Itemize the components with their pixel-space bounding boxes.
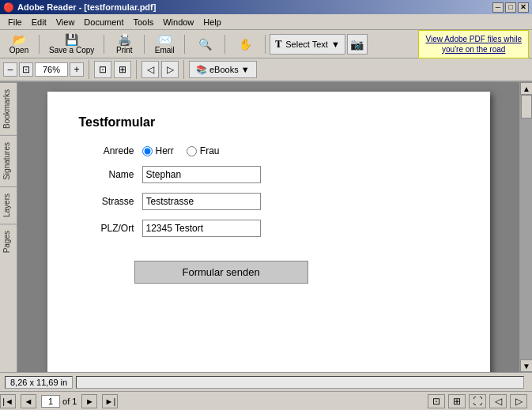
frau-radio[interactable] <box>187 146 197 156</box>
nav-right: ⊡ ⊞ ⛶ ◁ ▷ <box>428 394 527 408</box>
anrede-row: Anrede Herr Frau <box>79 145 458 156</box>
first-page-button[interactable]: |◄ <box>0 394 16 408</box>
ebooks-button[interactable]: 📚 eBooks ▼ <box>189 61 257 78</box>
secondary-toolbar: – ⊡ + ⊡ ⊞ ◁ ▷ 📚 eBooks ▼ <box>0 58 532 82</box>
full-screen-button[interactable]: ⛶ <box>469 394 486 408</box>
actual-size-button[interactable]: ⊡ <box>19 62 33 77</box>
toolbar-separator <box>39 35 40 54</box>
prev-page-button[interactable]: ◄ <box>21 394 36 408</box>
save-copy-label: Save a Copy <box>49 46 94 55</box>
menu-bar: File Edit View Document Tools Window Hel… <box>0 14 532 30</box>
prev-view-button[interactable]: ◁ <box>141 61 159 78</box>
hand-tool-button[interactable]: ✋ <box>229 32 261 56</box>
view-pdf-line2: you're on the road <box>425 44 522 55</box>
prev-nav-button[interactable]: ◁ <box>489 394 507 408</box>
fit-width-button[interactable]: ⊞ <box>114 61 131 78</box>
last-page-button[interactable]: ►| <box>102 394 118 408</box>
save-icon: 💾 <box>65 33 78 46</box>
view-pdf-banner[interactable]: View Adobe PDF files while you're on the… <box>418 30 529 58</box>
menu-edit[interactable]: Edit <box>27 16 51 28</box>
page-info: of 1 <box>41 395 77 408</box>
scroll-thumb[interactable] <box>521 95 532 118</box>
toolbar-separator-2 <box>104 35 104 54</box>
select-text-button[interactable]: 𝐓 Select Text ▼ <box>270 34 345 55</box>
fit-nav-button[interactable]: ⊡ <box>428 394 445 408</box>
select-text-label: Select Text <box>285 39 328 49</box>
next-page-button[interactable]: ► <box>81 394 97 408</box>
minimize-button[interactable]: ─ <box>492 2 504 13</box>
open-icon: 📂 <box>13 33 26 46</box>
zoom-out-button[interactable]: – <box>3 62 17 77</box>
zoom-input[interactable] <box>35 62 68 77</box>
plzort-label: PLZ/Ort <box>79 223 134 234</box>
view-pdf-line1: View Adobe PDF files while <box>425 34 522 44</box>
ebooks-label: eBooks <box>209 65 239 74</box>
fit-page-button[interactable]: ⊡ <box>94 61 111 78</box>
toolbar-separator-3 <box>144 35 145 54</box>
open-button[interactable]: 📂 Open <box>3 32 35 56</box>
pdf-scroll-area[interactable]: Testformular Anrede Herr Frau Name <box>17 82 519 372</box>
toolbar2-separator <box>89 60 89 79</box>
menu-tools[interactable]: Tools <box>129 16 159 28</box>
close-button[interactable]: ✕ <box>518 2 529 13</box>
name-input[interactable] <box>142 166 261 183</box>
email-label: Email <box>155 46 175 55</box>
layers-panel-tab[interactable]: Layers <box>0 186 17 224</box>
strasse-input[interactable] <box>142 193 261 210</box>
name-label: Name <box>79 169 134 180</box>
menu-view[interactable]: View <box>51 16 80 28</box>
title-bar: 🔴 Adobe Reader - [testformular.pdf] ─ □ … <box>0 0 532 14</box>
scroll-up-button[interactable]: ▲ <box>520 82 532 95</box>
menu-document[interactable]: Document <box>79 16 128 28</box>
search-icon: 🔍 <box>198 38 212 51</box>
pages-panel-tab[interactable]: Pages <box>0 224 17 259</box>
email-icon: ✉️ <box>158 33 172 46</box>
herr-radio-label[interactable]: Herr <box>142 145 174 156</box>
maximize-button[interactable]: □ <box>505 2 516 13</box>
snapshot-icon: 📷 <box>350 38 364 51</box>
main-toolbar: 📂 Open 💾 Save a Copy 🖨️ Print ✉️ Email 🔍… <box>0 30 532 58</box>
status-bar: 8,26 x 11,69 in <box>0 372 532 391</box>
scroll-track[interactable] <box>520 95 532 359</box>
plzort-input[interactable] <box>142 220 261 237</box>
frau-label: Frau <box>200 145 220 156</box>
actual-nav-button[interactable]: ⊞ <box>448 394 466 408</box>
hand-icon: ✋ <box>239 38 252 51</box>
strasse-row: Strasse <box>79 193 458 210</box>
anrede-radio-group: Herr Frau <box>142 145 220 156</box>
strasse-label: Strasse <box>79 196 134 207</box>
menu-window[interactable]: Window <box>158 16 198 28</box>
vertical-scrollbar: ▲ ▼ <box>519 82 532 372</box>
bookmarks-panel-tab[interactable]: Bookmarks <box>0 82 17 135</box>
zoom-in-button[interactable]: + <box>70 62 84 77</box>
toolbar-separator-5 <box>224 35 225 54</box>
submit-button[interactable]: Formular senden <box>134 261 308 284</box>
current-page-input[interactable] <box>41 395 60 408</box>
plzort-row: PLZ/Ort <box>79 220 458 237</box>
signatures-panel-tab[interactable]: Signatures <box>0 135 17 186</box>
app-icon: 🔴 <box>3 2 14 13</box>
text-cursor-icon: 𝐓 <box>275 38 282 51</box>
menu-file[interactable]: File <box>3 16 27 28</box>
print-label: Print <box>116 46 133 55</box>
name-row: Name <box>79 166 458 183</box>
email-button[interactable]: ✉️ Email <box>149 32 180 56</box>
scroll-down-button[interactable]: ▼ <box>520 359 532 372</box>
print-icon: 🖨️ <box>118 33 131 46</box>
page-size-info: 8,26 x 11,69 in <box>5 376 73 389</box>
title-bar-left: 🔴 Adobe Reader - [testformular.pdf] <box>3 2 156 13</box>
toolbar-separator-4 <box>184 35 185 54</box>
form-title: Testformular <box>79 115 458 130</box>
search-button[interactable]: 🔍 <box>189 32 221 56</box>
save-copy-button[interactable]: 💾 Save a Copy <box>43 32 100 56</box>
snapshot-button[interactable]: 📷 <box>347 34 368 55</box>
next-nav-button[interactable]: ▷ <box>510 394 527 408</box>
frau-radio-label[interactable]: Frau <box>187 145 220 156</box>
open-label: Open <box>9 46 28 55</box>
print-button[interactable]: 🖨️ Print <box>108 32 140 56</box>
next-view-button[interactable]: ▷ <box>161 61 179 78</box>
menu-help[interactable]: Help <box>198 16 226 28</box>
zoom-area: – ⊡ + <box>3 62 84 77</box>
herr-radio[interactable] <box>142 146 153 156</box>
navigation-bar: |◄ ◄ of 1 ► ►| ⊡ ⊞ ⛶ ◁ ▷ <box>0 391 532 410</box>
